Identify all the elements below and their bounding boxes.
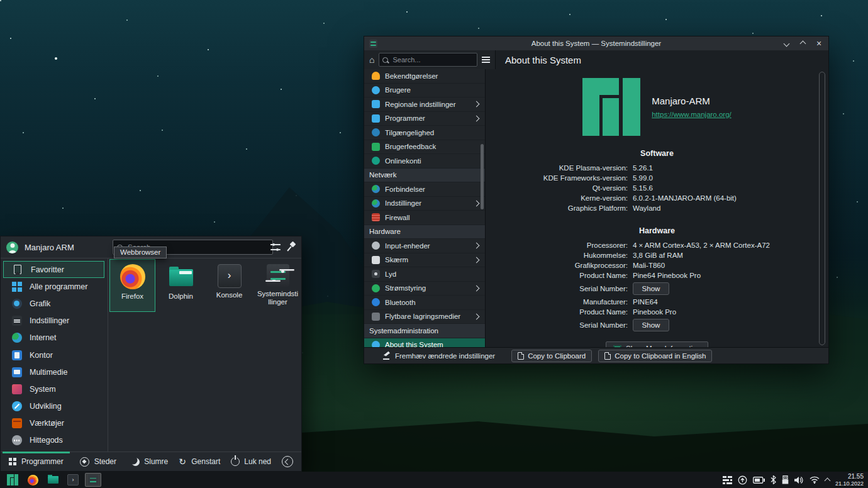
bluetooth-icon[interactable] (771, 475, 776, 484)
app-tile-systemsettings[interactable]: Systemindstillinger (255, 259, 301, 312)
all-apps-icon (12, 282, 22, 292)
pin-icon[interactable] (287, 241, 296, 252)
taskbar-konsole[interactable] (65, 473, 81, 487)
highlight-changed-settings-toggle[interactable]: Fremhæv ændrede indstillinger (364, 352, 495, 360)
window-title: About this System — Systemindstillinger (364, 40, 828, 47)
volume-icon[interactable] (794, 476, 804, 484)
tab-programmer[interactable]: Programmer (1, 452, 72, 471)
item-label: Forbindelser (385, 186, 479, 193)
taskbar-dolphin[interactable] (45, 473, 61, 487)
launcher-category[interactable]: System (3, 380, 104, 397)
expand-tray-icon[interactable] (825, 478, 831, 484)
settings-sidebar-item[interactable]: Lyd (364, 267, 485, 282)
settings-search-field[interactable] (379, 53, 477, 67)
launcher-category[interactable]: Værktøjer (3, 415, 104, 432)
sleep-button[interactable]: Slumre (131, 457, 168, 466)
hardware-info-row: Product Name: Pinebook Pro (486, 307, 828, 317)
settings-sidebar-item[interactable]: About this System (364, 338, 485, 348)
settings-sidebar-item[interactable]: Brugerfeedback (364, 140, 485, 155)
app-grid-icon (372, 114, 380, 123)
settings-search-input[interactable] (391, 55, 474, 64)
launcher-category[interactable]: Alle programmer (3, 278, 104, 295)
settings-sidebar-item[interactable]: Bekendtgørelser (364, 69, 485, 84)
tools-icon (12, 418, 22, 428)
copy-to-clipboard-button[interactable]: Copy to Clipboard (511, 350, 592, 362)
settings-sidebar-item[interactable]: Indstillinger (364, 197, 485, 211)
settings-sidebar-item[interactable]: Brugere (364, 84, 485, 98)
filter-icon[interactable] (270, 244, 281, 250)
launcher-category[interactable]: Internet (3, 330, 104, 347)
accessibility-icon (372, 128, 380, 136)
chevron-right-icon (474, 101, 480, 108)
usb-device-icon[interactable] (782, 475, 789, 484)
application-launcher-button[interactable] (4, 473, 21, 487)
settings-sidebar-item[interactable]: Onlinekonti (364, 154, 485, 169)
settings-sidebar-section[interactable]: Hardware (364, 225, 485, 240)
info-value: 5.15.6 (633, 184, 828, 192)
home-icon[interactable]: ⌂ (369, 55, 374, 64)
settings-sidebar-item[interactable]: Bluetooth (364, 296, 485, 310)
settings-sidebar-item[interactable]: Firewall (364, 211, 485, 225)
info-value: 3,8 GiB af RAM (633, 252, 828, 259)
manjaro-logo-icon (7, 474, 18, 485)
launcher-category[interactable]: Udvikling (3, 398, 104, 415)
info-label: KDE Plasma-version: (486, 164, 628, 172)
digital-clock[interactable]: 21.55 21.10.2022 (835, 473, 864, 487)
info-value: 4 × ARM Cortex-A53, 2 × ARM Cortex-A72 (633, 241, 828, 249)
development-icon (12, 401, 22, 411)
hamburger-menu-icon[interactable] (482, 57, 490, 58)
shutdown-button[interactable]: Luk ned (231, 457, 271, 466)
info-label: Graphics Platform: (486, 204, 628, 212)
close-button[interactable] (815, 39, 823, 48)
app-tile-dolphin[interactable]: Dolphin (158, 259, 204, 312)
clipboard-icon (518, 352, 524, 360)
sidebar-scrollbar[interactable] (481, 144, 484, 209)
app-tile-konsole[interactable]: Konsole (206, 259, 252, 312)
settings-sidebar-item[interactable]: Skærm (364, 253, 485, 268)
battery-icon[interactable] (753, 477, 765, 484)
clock-time: 21.55 (835, 473, 864, 480)
settings-sidebar-item[interactable]: Flytbare lagringsmedier (364, 310, 485, 324)
network-wifi-icon[interactable] (810, 476, 820, 484)
taskbar-panel: 21.55 21.10.2022 (0, 472, 868, 488)
firefox-icon (28, 475, 38, 485)
content-scrollbar[interactable] (819, 72, 825, 345)
keyboard-layout-icon[interactable] (723, 476, 732, 484)
settings-sidebar-item[interactable]: Tilgængelighed (364, 126, 485, 140)
settings-sidebar-section[interactable]: Systemadministration (364, 324, 485, 338)
restart-button[interactable]: Genstart (179, 457, 220, 466)
launcher-category[interactable]: Indstillinger (3, 313, 104, 330)
app-tile-firefox[interactable]: Firefox (109, 259, 155, 312)
monitor-icon (372, 256, 380, 264)
settings-sidebar-item[interactable]: Programmer (364, 112, 485, 126)
minimize-button[interactable] (782, 39, 791, 48)
chevron-right-icon (474, 285, 480, 291)
launcher-category[interactable]: Multimedie (3, 363, 104, 380)
launcher-category[interactable]: Grafik (3, 295, 104, 312)
settings-sidebar-item[interactable]: Input-enheder (364, 239, 485, 253)
launcher-category[interactable]: Hittegods (3, 432, 104, 449)
settings-sidebar-section[interactable]: Netværk (364, 169, 485, 183)
website-link[interactable]: https://www.manjaro.org/ (652, 111, 732, 118)
taskbar-firefox[interactable] (25, 473, 41, 487)
feedback-icon (372, 143, 380, 151)
settings-sidebar-item[interactable]: Forbindelser (364, 182, 485, 197)
taskbar-systemsettings-active[interactable] (85, 473, 101, 487)
mouse-icon (372, 241, 380, 250)
updates-icon[interactable] (738, 475, 747, 485)
launcher-category[interactable]: Favoritter (3, 261, 104, 278)
tab-steder[interactable]: Steder (72, 452, 125, 471)
places-compass-icon (80, 457, 89, 467)
show-button[interactable]: Show (633, 282, 669, 295)
launcher-category[interactable]: Kontor (3, 347, 104, 363)
item-label: Hardware (369, 228, 479, 235)
category-label: Favoritter (31, 265, 64, 274)
settings-sidebar-item[interactable]: Strømstyring (364, 282, 485, 296)
show-button[interactable]: Show (633, 319, 669, 331)
maximize-button[interactable] (798, 39, 807, 48)
settings-sidebar-item[interactable]: Regionale indstillinger (364, 97, 485, 112)
titlebar[interactable]: About this System — Systemindstillinger (364, 36, 828, 51)
user-avatar[interactable] (6, 241, 18, 253)
collapse-chevron-left-icon[interactable] (282, 456, 293, 467)
copy-to-clipboard-english-button[interactable]: Copy to Clipboard in English (598, 350, 712, 362)
